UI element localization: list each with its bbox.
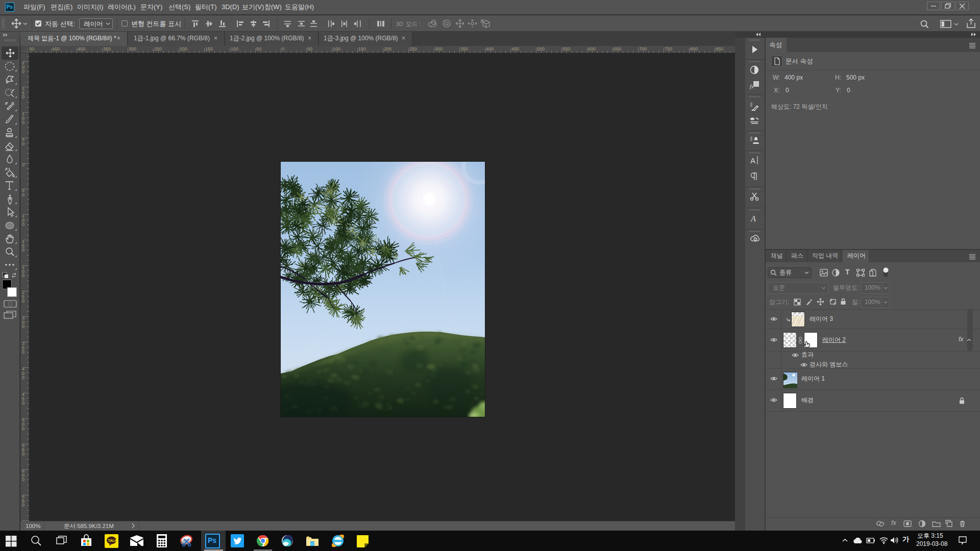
svg-text:TALK: TALK — [108, 539, 117, 542]
svg-text:fx: fx — [750, 83, 754, 89]
svg-text:A: A — [750, 156, 755, 165]
svg-text:A: A — [750, 214, 756, 223]
